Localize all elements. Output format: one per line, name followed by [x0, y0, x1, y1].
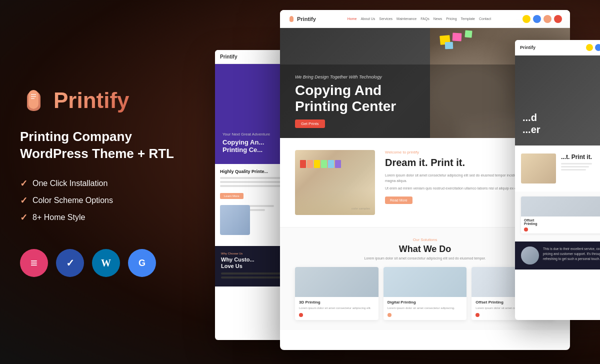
main-logo: Printify — [288, 16, 316, 22]
logo-area: Printify — [20, 87, 190, 114]
back-logo: Printify — [220, 54, 237, 60]
far-dream: ...t. Print it. — [515, 146, 600, 192]
printify-logo-icon — [20, 87, 48, 114]
features-list: ✓ One Click Installation ✓ Color Scheme … — [20, 178, 190, 229]
feature-item-1: ✓ One Click Installation — [20, 178, 190, 189]
check-icon-3: ✓ — [20, 212, 28, 223]
feature-item-3: ✓ 8+ Home Style — [20, 212, 190, 223]
main-logo-icon — [288, 16, 295, 22]
check-icon-2: ✓ — [20, 195, 28, 206]
screenshot-far: Printify ...d...er ...t. Print it. — [515, 40, 600, 320]
left-panel: Printify Printing CompanyWordPress Theme… — [0, 0, 210, 364]
main-header-buttons — [522, 15, 562, 23]
far-testimonial: This is due to their excellent service, … — [515, 242, 600, 270]
badges-row: ≡ ✓ W G — [20, 249, 190, 277]
testimonial-avatar — [521, 246, 539, 264]
dream-image: color samples — [295, 150, 375, 215]
badge-elementor[interactable]: ≡ — [20, 249, 48, 277]
preview-area: Printify Your Next Great Adventure Copyi… — [215, 10, 600, 360]
far-hero: ...d...er — [515, 56, 600, 146]
check-icon-1: ✓ — [20, 178, 28, 189]
badge-wordpress[interactable]: W — [92, 249, 120, 277]
far-wwd: OffsetPrinting — [515, 192, 600, 242]
badge-checkmark[interactable]: ✓ — [56, 249, 84, 277]
wwd-card-2: Digital Printing Lorem ipsum dolor sit a… — [384, 267, 467, 320]
badge-google[interactable]: G — [128, 249, 156, 277]
main-nav: Home About Us Services Maintenance FAQs … — [348, 17, 491, 20]
far-header: Printify — [515, 40, 600, 56]
tagline: Printing CompanyWordPress Theme + RTL — [20, 128, 190, 162]
wwd-card-1: 3D Printing Lorem ipsum dolor sit amet c… — [295, 267, 378, 320]
main-header: Printify Home About Us Services Maintena… — [280, 10, 570, 28]
feature-item-2: ✓ Color Scheme Options — [20, 195, 190, 206]
brand-name: Printify — [54, 88, 130, 113]
